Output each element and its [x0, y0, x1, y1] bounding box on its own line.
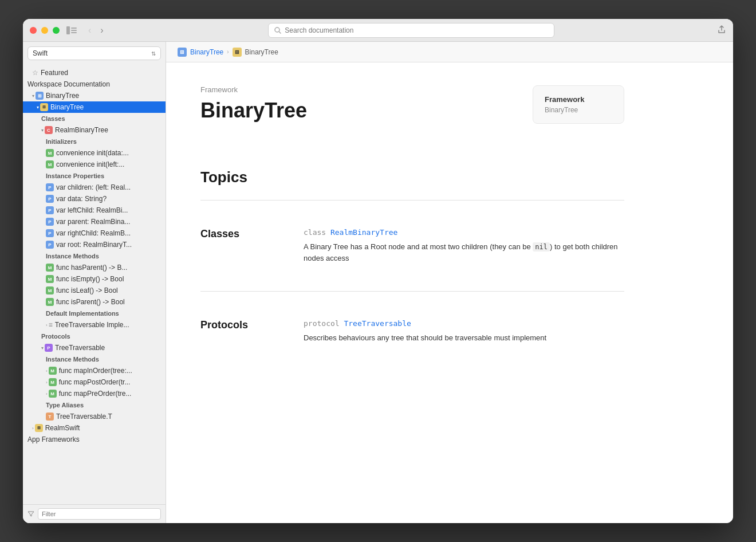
- svg-rect-2: [71, 30, 77, 31]
- svg-rect-0: [66, 26, 70, 34]
- sidebar-item-label: func mapInOrder(tree:...: [59, 367, 132, 375]
- sidebar-item-label: TreeTraversable: [55, 344, 105, 352]
- property-icon: P: [46, 206, 54, 214]
- share-button[interactable]: [717, 25, 726, 36]
- sidebar-item-label: func mapPreOrder(tre...: [59, 390, 132, 398]
- treetraversable-link[interactable]: TreeTraversable: [344, 319, 411, 328]
- class-icon: C: [45, 126, 53, 134]
- sidebar-item-label: var data: String?: [56, 195, 107, 203]
- svg-point-4: [275, 28, 279, 32]
- sidebar-item-var-data[interactable]: P var data: String?: [23, 193, 166, 205]
- sidebar-item-label: RealmSwift: [45, 424, 80, 432]
- sidebar-item-func-hasparent[interactable]: M func hasParent() -> B...: [23, 262, 166, 273]
- search-input[interactable]: [285, 26, 548, 34]
- doc-title: BinaryTree: [200, 99, 307, 123]
- sidebar-item-binarytree-module[interactable]: ▾ ⊞ BinaryTree: [23, 90, 166, 101]
- topic-content-protocols: protocol TreeTraversable Describes behav…: [304, 319, 624, 344]
- main-window: ‹ › Swift ⇅ ☆: [23, 19, 733, 523]
- breadcrumb-struct-icon: ⊞: [233, 48, 242, 57]
- method-icon: M: [49, 367, 57, 375]
- sidebar-item-init-data[interactable]: M convenience init(data:...: [23, 147, 166, 159]
- sidebar-item-label: RealmBinaryTree: [55, 126, 108, 134]
- protocol-keyword: protocol: [304, 319, 344, 328]
- sidebar-item-treetraversable-impl[interactable]: › ≡ TreeTraversable Imple...: [23, 319, 166, 331]
- language-selector[interactable]: Swift ⇅: [27, 46, 161, 60]
- sidebar-item-label: Workspace Documentation: [27, 80, 110, 88]
- sidebar-item-treetraversable-t[interactable]: T TreeTraversable.T: [23, 411, 166, 422]
- breadcrumb-module-icon: ⊞: [178, 48, 187, 57]
- class-code-line: class RealmBinaryTree: [304, 228, 624, 237]
- method-icon: M: [46, 275, 54, 283]
- protocol-description: Describes behaviours any tree that shoul…: [304, 332, 624, 344]
- sidebar-item-label: func isEmpty() -> Bool: [56, 275, 124, 283]
- method-icon: M: [49, 378, 57, 386]
- sidebar-item-label: var rightChild: RealmB...: [56, 229, 131, 237]
- expand-arrow-icon: ▾: [41, 128, 44, 133]
- sidebar-item-init-left[interactable]: M convenience init(left:...: [23, 159, 166, 170]
- titlebar: ‹ ›: [23, 19, 733, 42]
- sidebar-item-var-rightchild[interactable]: P var rightChild: RealmB...: [23, 227, 166, 239]
- back-button[interactable]: ‹: [86, 24, 93, 37]
- expand-arrow-icon: ›: [46, 368, 48, 374]
- main-layout: Swift ⇅ ☆ Featured Workspace Documentati…: [23, 42, 733, 523]
- maximize-button[interactable]: [53, 27, 60, 34]
- typealias-icon: T: [46, 413, 54, 421]
- sidebar-item-realmswift[interactable]: › ⊞ RealmSwift: [23, 422, 166, 434]
- sidebar-item-func-isempty[interactable]: M func isEmpty() -> Bool: [23, 273, 166, 285]
- sidebar-item-label: var children: (left: Real...: [56, 183, 131, 191]
- sidebar-item-func-isparent[interactable]: M func isParent() -> Bool: [23, 296, 166, 308]
- sidebar-item-label: Featured: [41, 69, 68, 77]
- sidebar-item-label: func isLeaf() -> Bool: [56, 286, 118, 294]
- sidebar-item-var-parent[interactable]: P var parent: RealmBina...: [23, 216, 166, 227]
- sidebar-item-func-mapinorder[interactable]: › M func mapInOrder(tree:...: [23, 365, 166, 376]
- breadcrumb-module-label[interactable]: BinaryTree: [190, 48, 223, 56]
- module-icon: ⊞: [36, 92, 44, 100]
- sidebar-item-featured[interactable]: ☆ Featured: [23, 67, 166, 78]
- property-icon: P: [46, 229, 54, 237]
- method-icon: M: [46, 264, 54, 272]
- expand-arrow-icon: ›: [46, 391, 48, 396]
- classes-section-header: Classes: [23, 113, 166, 124]
- sidebar-item-func-isleaf[interactable]: M func isLeaf() -> Bool: [23, 285, 166, 296]
- property-icon: P: [46, 218, 54, 226]
- instance-methods-header: Instance Methods: [23, 250, 166, 262]
- class-description: A Binary Tree has a Root node and at mos…: [304, 241, 624, 264]
- sidebar: Swift ⇅ ☆ Featured Workspace Documentati…: [23, 42, 166, 523]
- default-impl-header: Default Implementations: [23, 308, 166, 319]
- sidebar-item-app-frameworks[interactable]: App Frameworks: [23, 434, 166, 445]
- sidebar-toggle-icon[interactable]: [66, 26, 77, 34]
- navigation-controls: ‹ ›: [86, 24, 106, 37]
- sidebar-item-func-mappostorder[interactable]: › M func mapPostOrder(tr...: [23, 376, 166, 388]
- expand-arrow-icon: ›: [32, 426, 34, 431]
- instance-props-header: Instance Properties: [23, 170, 166, 182]
- close-button[interactable]: [30, 27, 37, 34]
- filter-input[interactable]: [38, 508, 161, 520]
- star-icon: ☆: [32, 69, 38, 77]
- doc-header-section: Framework BinaryTree Framework BinaryTre…: [200, 85, 624, 146]
- filter-icon: [27, 510, 34, 517]
- sidebar-item-label: TreeTraversable.T: [56, 413, 112, 421]
- protocol-code-line: protocol TreeTraversable: [304, 319, 624, 328]
- sidebar-item-label: func hasParent() -> B...: [56, 264, 127, 272]
- breadcrumb-struct-label: BinaryTree: [245, 48, 278, 56]
- sidebar-item-treetraversable[interactable]: ▾ P TreeTraversable: [23, 342, 166, 354]
- sidebar-item-func-mappreorder[interactable]: › M func mapPreOrder(tre...: [23, 388, 166, 399]
- sidebar-item-var-children[interactable]: P var children: (left: Real...: [23, 182, 166, 193]
- sidebar-item-binarytree-struct[interactable]: ▾ ⊞ BinaryTree: [23, 101, 166, 113]
- sidebar-item-var-leftchild[interactable]: P var leftChild: RealmBi...: [23, 205, 166, 216]
- realmbinarytree-link[interactable]: RealmBinaryTree: [330, 228, 397, 237]
- minimize-button[interactable]: [41, 27, 48, 34]
- sidebar-item-realmbinarytree[interactable]: ▾ C RealmBinaryTree: [23, 124, 166, 136]
- sidebar-item-var-root[interactable]: P var root: RealmBinaryT...: [23, 239, 166, 250]
- sidebar-item-label: func mapPostOrder(tr...: [59, 378, 131, 386]
- method-icon: M: [46, 149, 54, 157]
- sidebar-item-workspace-docs[interactable]: Workspace Documentation: [23, 78, 166, 90]
- doc-inner: Framework BinaryTree Framework BinaryTre…: [166, 62, 659, 380]
- method-icon: M: [46, 160, 54, 168]
- topic-row-protocols: Protocols protocol TreeTraversable Descr…: [200, 305, 624, 358]
- protocol-icon: P: [45, 344, 53, 352]
- sidebar-item-label: App Frameworks: [27, 435, 80, 443]
- forward-button[interactable]: ›: [98, 24, 105, 37]
- sidebar-nav: ☆ Featured Workspace Documentation ▾ ⊞ B…: [23, 65, 166, 504]
- search-bar[interactable]: [268, 23, 554, 38]
